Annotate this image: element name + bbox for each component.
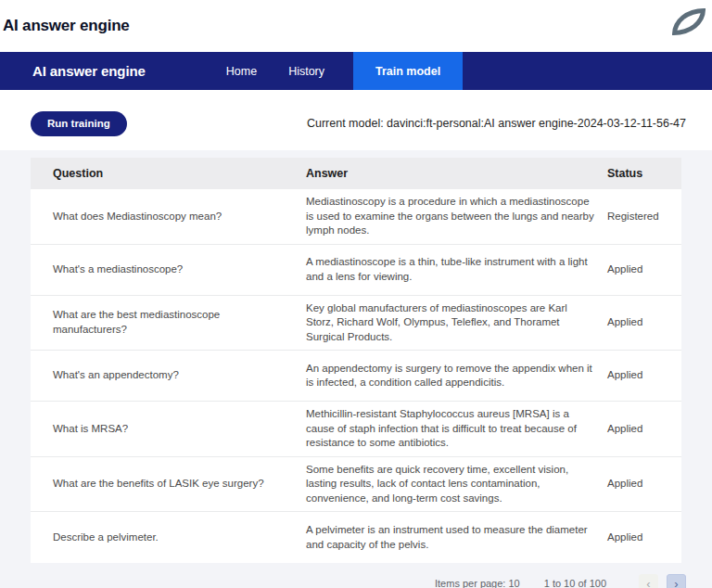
table-body: What does Mediastinoscopy mean? Mediasti…	[31, 189, 681, 563]
chevron-left-icon[interactable]: ‹	[639, 574, 658, 588]
leaf-logo-icon	[672, 8, 706, 35]
question-cell: What's a mediastinoscope?	[31, 262, 306, 277]
navbar: AI answer engine Home History Train mode…	[0, 52, 712, 90]
paginator: Items per page: 10 1 to 10 of 100 ‹ ›	[0, 563, 712, 588]
table-header-row: Question Answer Status	[31, 158, 681, 189]
status-badge: Applied	[607, 422, 681, 437]
table-row: What are the benefits of LASIK eye surge…	[31, 457, 681, 513]
answer-cell: An appendectomy is surgery to remove the…	[306, 362, 607, 390]
table-row: What is MRSA? Methicillin-resistant Stap…	[31, 402, 681, 457]
question-cell: What are the best mediastinoscope manufa…	[31, 308, 306, 337]
nav-item-train-model[interactable]: Train model	[353, 52, 463, 90]
answer-cell: A mediastinoscope is a thin, tube-like i…	[306, 255, 607, 284]
question-cell: Describe a pelvimeter.	[31, 530, 306, 545]
current-model-label: Current model: davinci:ft-personal:AI an…	[307, 117, 686, 130]
status-badge: Applied	[607, 262, 681, 277]
page-title: AI answer engine	[0, 17, 130, 35]
nav-item-history[interactable]: History	[274, 52, 338, 90]
question-cell: What is MRSA?	[31, 422, 306, 437]
status-badge: Applied	[607, 477, 681, 492]
status-badge: Applied	[607, 530, 681, 545]
nav-item-home[interactable]: Home	[212, 52, 271, 90]
answer-cell: Key global manufacturers of mediastinosc…	[306, 301, 607, 345]
table-row: What's an appendectomy? An appendectomy …	[31, 351, 681, 402]
answer-cell: Some benefits are quick recovery time, e…	[306, 463, 607, 506]
window-titlebar: AI answer engine	[0, 0, 712, 52]
answer-cell: Methicillin-resistant Staphylococcus aur…	[306, 407, 607, 451]
column-header-status: Status	[607, 167, 681, 180]
table-row: What's a mediastinoscope? A mediastinosc…	[31, 245, 681, 296]
run-training-button[interactable]: Run training	[31, 111, 127, 136]
chevron-right-icon[interactable]: ›	[667, 574, 686, 588]
items-per-page-label: Items per page: 10	[435, 578, 520, 588]
question-cell: What are the benefits of LASIK eye surge…	[31, 477, 306, 492]
status-badge: Applied	[607, 368, 681, 383]
status-badge: Registered	[607, 210, 681, 224]
content-area: Run training Current model: davinci:ft-p…	[0, 96, 712, 588]
navbar-brand: AI answer engine	[32, 63, 146, 79]
column-header-question: Question	[31, 167, 306, 180]
answer-cell: Mediastinoscopy is a procedure in which …	[306, 195, 607, 238]
page-range-label: 1 to 10 of 100	[544, 578, 606, 588]
status-badge: Applied	[607, 315, 681, 330]
table-row: What does Mediastinoscopy mean? Mediasti…	[31, 189, 681, 245]
answer-cell: A pelvimeter is an instrument used to me…	[306, 523, 607, 552]
table-row: Describe a pelvimeter. A pelvimeter is a…	[31, 512, 681, 563]
column-header-answer: Answer	[306, 167, 607, 180]
training-data-table: Question Answer Status What does Mediast…	[31, 158, 681, 563]
question-cell: What does Mediastinoscopy mean?	[31, 210, 306, 224]
table-row: What are the best mediastinoscope manufa…	[31, 296, 681, 352]
toolbar: Run training Current model: davinci:ft-p…	[0, 96, 712, 150]
navbar-links: Home History Train model	[212, 52, 463, 90]
question-cell: What's an appendectomy?	[31, 368, 306, 383]
